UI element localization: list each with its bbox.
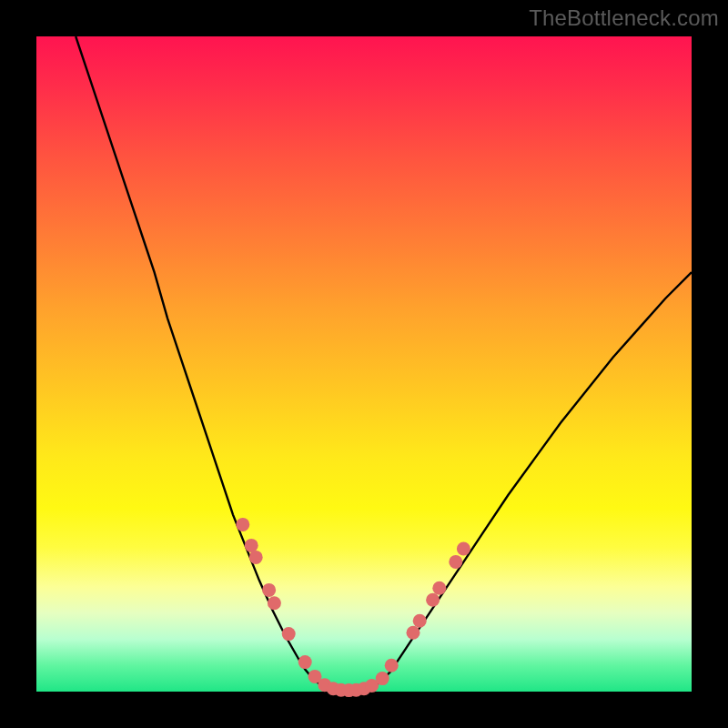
data-marker <box>245 539 258 552</box>
data-marker <box>426 593 440 607</box>
data-marker <box>413 614 427 628</box>
data-marker <box>262 583 276 597</box>
data-marker <box>236 518 249 531</box>
data-marker <box>249 551 263 564</box>
data-marker <box>282 627 296 641</box>
data-marker <box>457 542 470 556</box>
data-marker <box>449 555 462 569</box>
data-marker <box>268 596 281 610</box>
chart-frame: TheBottleneck.com <box>0 0 728 728</box>
watermark-text: TheBottleneck.com <box>529 5 719 31</box>
plot-area <box>36 36 692 692</box>
data-marker <box>376 672 389 685</box>
data-marker <box>385 659 399 672</box>
data-marker <box>298 655 312 669</box>
data-marker <box>432 581 446 595</box>
data-marker <box>407 626 420 640</box>
bottleneck-curve <box>36 36 692 692</box>
